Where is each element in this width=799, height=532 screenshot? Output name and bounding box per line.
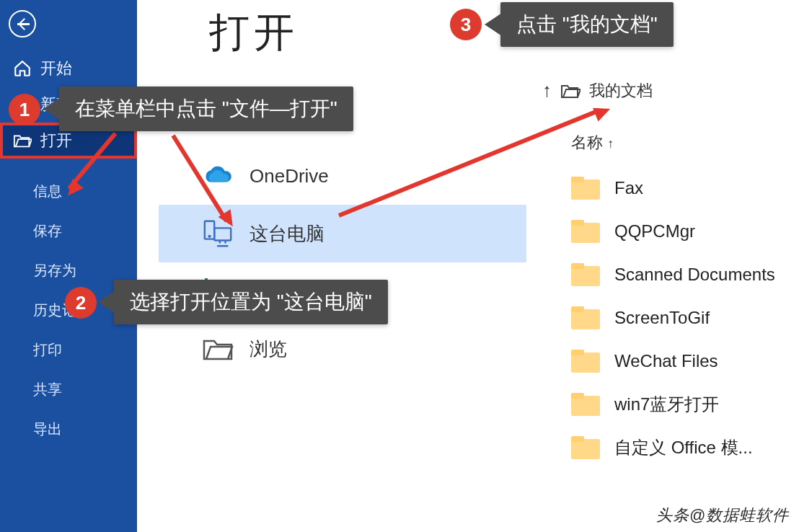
folder-icon — [571, 393, 600, 416]
sidebar-item-share[interactable]: 共享 — [0, 370, 137, 409]
backstage-sidebar: 开始 新建 打开 信息 保存 另存为 历史记录 打印 共享 导出 — [0, 0, 137, 532]
svg-rect-2 — [214, 228, 231, 240]
folder-name: Fax — [614, 178, 643, 198]
annotation-text-3: 点击 "我的文档" — [516, 13, 658, 35]
folder-row[interactable]: win7蓝牙打开 — [542, 383, 792, 426]
watermark: 头条@数据蛙软件 — [656, 505, 789, 526]
sidebar-label-open: 打开 — [40, 130, 72, 151]
annotation-badge-1: 1 — [9, 94, 40, 125]
folder-icon — [571, 350, 600, 373]
breadcrumb: ↑ 我的文档 — [542, 79, 792, 102]
sidebar-item-start[interactable]: 开始 — [0, 50, 137, 87]
annotation-badge-2: 2 — [65, 287, 97, 319]
location-label-browse: 浏览 — [250, 337, 287, 362]
annotation-text-1: 在菜单栏中点击 "文件—打开" — [75, 97, 337, 120]
location-label-onedrive: OneDrive — [250, 165, 329, 187]
sidebar-item-save[interactable]: 保存 — [0, 211, 137, 251]
svg-point-4 — [209, 236, 211, 237]
folder-icon — [571, 263, 600, 286]
breadcrumb-label[interactable]: 我的文档 — [589, 80, 653, 102]
page-title: 打开 — [209, 6, 532, 61]
sort-asc-icon: ↑ — [607, 136, 614, 151]
annotation-callout-2: 选择打开位置为 "这台电脑" — [114, 280, 388, 324]
open-locations-panel: 打开 最近 OneDrive 这台电脑 添加位置 浏览 — [137, 0, 532, 532]
folder-icon — [571, 177, 600, 200]
folder-row[interactable]: QQPCMgr — [542, 210, 792, 253]
sidebar-item-print[interactable]: 打印 — [0, 330, 137, 370]
folder-icon — [571, 306, 600, 329]
folder-icon — [571, 436, 600, 459]
folder-name: 自定义 Office 模... — [614, 436, 753, 459]
folder-icon — [571, 220, 600, 243]
folder-name: WeChat Files — [614, 351, 718, 371]
home-icon — [13, 59, 32, 78]
up-arrow-icon[interactable]: ↑ — [542, 79, 552, 102]
folder-row[interactable]: 自定义 Office 模... — [542, 426, 792, 469]
back-button[interactable] — [9, 10, 36, 37]
folder-name: Scanned Documents — [614, 265, 775, 285]
folder-row[interactable]: ScreenToGif — [542, 296, 792, 340]
sidebar-item-export[interactable]: 导出 — [0, 409, 137, 449]
annotation-badge-3: 3 — [450, 9, 482, 40]
location-label-this-pc: 这台电脑 — [250, 221, 325, 247]
folder-open-icon — [560, 83, 581, 99]
folder-name: ScreenToGif — [614, 308, 710, 328]
annotation-text-2: 选择打开位置为 "这台电脑" — [130, 291, 372, 313]
folder-row[interactable]: WeChat Files — [542, 340, 792, 383]
sidebar-label-start: 开始 — [40, 58, 72, 79]
column-header-name[interactable]: 名称 ↑ — [571, 132, 792, 154]
browse-folder-icon — [202, 333, 234, 365]
annotation-callout-1: 在菜单栏中点击 "文件—打开" — [59, 87, 353, 131]
file-browser-panel: ↑ 我的文档 名称 ↑ Fax QQPCMgr Scanned Document… — [532, 0, 799, 532]
annotation-callout-3: 点击 "我的文档" — [500, 2, 674, 47]
location-browse[interactable]: 浏览 — [159, 320, 526, 378]
folder-row[interactable]: Fax — [542, 167, 792, 210]
folder-row[interactable]: Scanned Documents — [542, 253, 792, 296]
folder-name: win7蓝牙打开 — [614, 393, 719, 416]
open-folder-icon — [13, 131, 32, 150]
folder-name: QQPCMgr — [614, 221, 695, 241]
